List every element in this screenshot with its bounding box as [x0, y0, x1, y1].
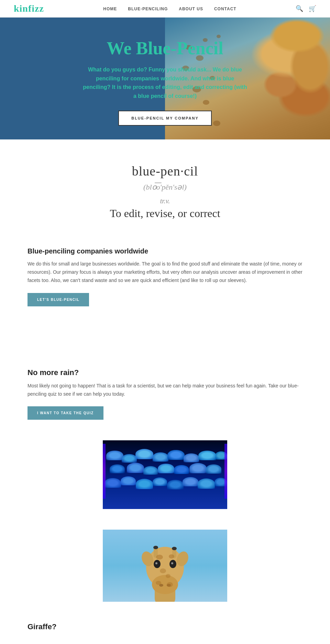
bluepencil-cta-button[interactable]: LET'S BLUE-PENCIL [28, 293, 89, 306]
site-logo[interactable]: kinfizz [14, 3, 44, 14]
navbar: kinfizz HOME BLUE-PENCILING ABOUT US CON… [0, 0, 330, 18]
giraffe-text-section: Giraffe? [0, 615, 330, 644]
definition-pos: tr.v. [14, 197, 316, 205]
hero-content: We Blue-Pencil What do you guys do? Funn… [0, 18, 330, 139]
definition-meaning: To edit, revise, or correct [14, 207, 316, 220]
nav-contact[interactable]: CONTACT [214, 7, 236, 11]
search-icon[interactable]: 🔍 [296, 5, 303, 12]
svg-point-18 [166, 574, 170, 578]
spacer-1 [0, 327, 330, 348]
definition-word: blue-pen·cil [14, 163, 316, 179]
svg-point-16 [169, 554, 174, 558]
svg-point-20 [167, 582, 173, 587]
umbrella-art [103, 444, 227, 499]
giraffe-image-section [0, 523, 330, 615]
umbrella-image [103, 440, 227, 509]
nav-aboutus[interactable]: ABOUT US [179, 7, 203, 11]
giraffe-heading: Giraffe? [28, 622, 302, 631]
hero-section: We Blue-Pencil What do you guys do? Funn… [0, 18, 330, 139]
bluepencil-heading: Blue-penciling companies worldwide [28, 247, 302, 255]
rain-section: No more rain? Most likely not going to h… [0, 348, 330, 434]
definition-phonetic: (blo͞o′pĕn′səl) [14, 183, 316, 192]
svg-point-17 [160, 568, 166, 573]
svg-point-4 [153, 546, 158, 549]
svg-point-6 [172, 547, 177, 550]
svg-point-12 [171, 562, 173, 564]
rain-heading: No more rain? [28, 368, 302, 377]
svg-point-19 [156, 581, 161, 585]
hero-cta-button[interactable]: BLUE-PENCIL MY COMPANY [118, 111, 212, 126]
svg-point-10 [155, 562, 157, 564]
bluepencil-section: Blue-penciling companies worldwide We do… [0, 234, 330, 327]
hero-subtitle: What do you guys do? Funny you should as… [82, 65, 248, 100]
bluepencil-body: We do this for small and large businesse… [28, 260, 302, 284]
svg-point-2 [152, 575, 178, 594]
svg-point-15 [156, 555, 163, 560]
cart-icon[interactable]: 🛒 [309, 5, 316, 12]
definition-section: blue-pen·cil (blo͞o′pĕn′səl) tr.v. To ed… [0, 139, 330, 234]
giraffe-svg [103, 530, 227, 602]
nav-links: HOME BLUE-PENCILING ABOUT US CONTACT [103, 5, 236, 12]
giraffe-image [103, 530, 227, 602]
rain-body: Most likely not going to happen! That is… [28, 382, 302, 398]
nav-icon-group: 🔍 🛒 [296, 5, 316, 12]
umbrella-image-section [0, 433, 330, 523]
quiz-cta-button[interactable]: I WANT TO TAKE THE QUIZ [28, 406, 103, 420]
hero-title: We Blue-Pencil [14, 38, 316, 58]
nav-home[interactable]: HOME [103, 7, 117, 11]
nav-bluepenciling[interactable]: BLUE-PENCILING [128, 7, 168, 11]
